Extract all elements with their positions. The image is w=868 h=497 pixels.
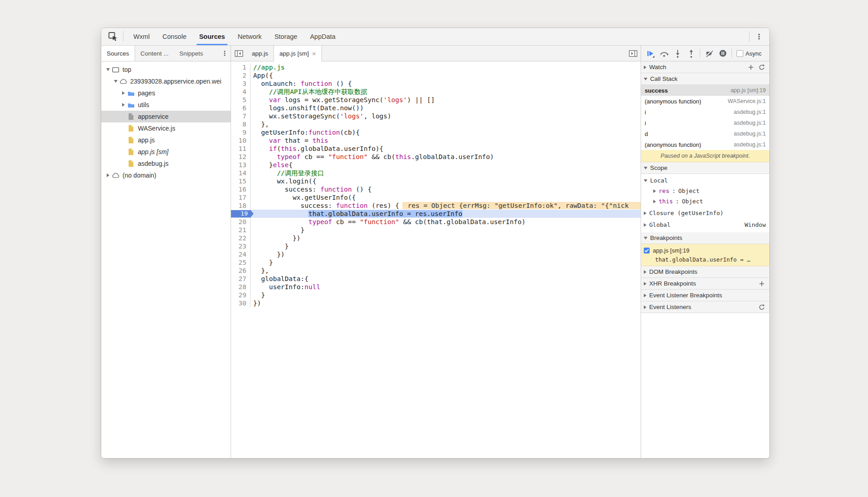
line-number[interactable]: 2	[231, 71, 250, 80]
line-number[interactable]: 26	[231, 267, 250, 275]
scope-section-local[interactable]: Local	[641, 175, 769, 186]
breakpoint-location[interactable]: app.js [sm]:19	[653, 247, 689, 254]
line-number[interactable]: 29	[231, 291, 250, 299]
watch-add-icon[interactable]	[747, 64, 755, 70]
watch-refresh-icon[interactable]	[758, 64, 766, 70]
xhr-breakpoints-section-header[interactable]: XHR Breakpoints	[641, 278, 769, 290]
scope-section-global[interactable]: GlobalWindow	[641, 220, 769, 230]
breakpoint-snippet[interactable]: that.globalData.userInfo = …	[644, 256, 767, 263]
line-number[interactable]: 10	[231, 136, 250, 145]
tree-item-app-js-sm[interactable]: app.js [sm]	[101, 146, 231, 158]
line-number[interactable]: 28	[231, 283, 250, 291]
line-number[interactable]: 18	[231, 202, 250, 210]
call-stack-frame[interactable]: iasdebug.js:1	[641, 117, 769, 128]
tree-item-no-domain[interactable]: (no domain)	[101, 169, 231, 181]
tree-item-waservice-js[interactable]: WAService.js	[101, 122, 231, 134]
sidebar-tab-content[interactable]: Content ...	[135, 46, 174, 61]
line-number[interactable]: 13	[231, 161, 250, 169]
sidebar-overflow-menu-icon[interactable]	[219, 46, 231, 61]
breakpoints-section-header[interactable]: Breakpoints	[641, 232, 769, 244]
line-number[interactable]: 8	[231, 120, 250, 128]
step-over-icon[interactable]	[659, 49, 669, 58]
line-number[interactable]: 12	[231, 153, 250, 161]
main-tab-console[interactable]: Console	[156, 28, 193, 45]
tree-item-top[interactable]: top	[101, 64, 231, 75]
line-number[interactable]: 20	[231, 218, 250, 226]
main-tab-sources[interactable]: Sources	[193, 28, 231, 45]
call-stack-frame[interactable]: (anonymous function)asdebug.js:1	[641, 139, 769, 150]
execution-pointer-icon[interactable]: 19	[231, 210, 254, 218]
sidebar-tab-snippets[interactable]: Snippets	[174, 46, 209, 61]
breakpoint-checkbox[interactable]	[644, 248, 650, 253]
call-stack-frame[interactable]: dasdebug.js:1	[641, 128, 769, 139]
editor-tab-app-js-sm[interactable]: app.js [sm]×	[274, 46, 322, 61]
line-number[interactable]: 7	[231, 112, 250, 120]
call-stack-frame[interactable]: successapp.js [sm]:19	[641, 85, 769, 96]
folder-icon	[127, 90, 135, 96]
call-stack-section-header[interactable]: Call Stack	[641, 73, 769, 85]
close-icon[interactable]: ×	[312, 50, 316, 57]
main-tab-appdata[interactable]: AppData	[304, 28, 342, 45]
pause-on-exceptions-icon[interactable]	[718, 49, 727, 58]
scope-variable[interactable]: res: Object	[641, 186, 769, 196]
line-number[interactable]: 9	[231, 128, 250, 136]
show-drawer-icon[interactable]	[625, 46, 641, 61]
line-number[interactable]: 5	[231, 96, 250, 104]
line-number[interactable]: 4	[231, 88, 250, 96]
line-number[interactable]: 6	[231, 104, 250, 112]
variable-value: Object	[682, 198, 703, 205]
scope-section-closure-getuserinfo[interactable]: Closure (getUserInfo)	[641, 208, 769, 218]
tree-item-utils[interactable]: utils	[101, 99, 231, 111]
line-number[interactable]: 30	[231, 299, 250, 307]
chevron-right-icon	[644, 66, 646, 69]
tree-item-asdebug-js[interactable]: asdebug.js	[101, 158, 231, 169]
breakpoint-entry[interactable]: app.js [sm]:19 that.globalData.userInfo …	[641, 244, 769, 266]
watch-section-header[interactable]: Watch	[641, 61, 769, 73]
main-tab-storage[interactable]: Storage	[268, 28, 304, 45]
sidebar-tab-sources[interactable]: Sources	[101, 46, 135, 61]
frame-function-name: (anonymous function)	[645, 141, 730, 148]
event-listener-breakpoints-section-header[interactable]: Event Listener Breakpoints	[641, 290, 769, 301]
tree-item-239393028-appservice-open-wei[interactable]: 239393028.appservice.open.wei	[101, 75, 231, 87]
call-stack-frame[interactable]: (anonymous function)WAService.js:1	[641, 96, 769, 107]
line-number[interactable]: 22	[231, 234, 250, 242]
tree-item-pages[interactable]: pages	[101, 87, 231, 99]
call-stack-frame[interactable]: iasdebug.js:1	[641, 107, 769, 117]
line-number[interactable]: 14	[231, 169, 250, 177]
line-number[interactable]: 23	[231, 242, 250, 250]
deactivate-breakpoints-icon[interactable]	[704, 49, 714, 58]
step-into-icon[interactable]	[673, 49, 682, 58]
scope-variable[interactable]: this: Object	[641, 196, 769, 206]
resume-script-icon[interactable]	[646, 49, 655, 58]
line-number[interactable]: 16	[231, 185, 250, 193]
hide-navigator-icon[interactable]	[231, 46, 246, 61]
refresh-icon[interactable]	[758, 304, 766, 310]
tree-item-app-js[interactable]: app.js	[101, 134, 231, 146]
line-number[interactable]: 19	[231, 210, 250, 218]
line-number[interactable]: 1	[231, 63, 250, 71]
line-number[interactable]: 25	[231, 258, 250, 267]
line-number[interactable]: 11	[231, 145, 250, 153]
line-number[interactable]: 21	[231, 226, 250, 234]
tree-item-appservice[interactable]: appservice	[101, 111, 231, 122]
line-number[interactable]: 15	[231, 177, 250, 185]
toolbar-divider	[123, 31, 123, 42]
async-toggle[interactable]: Async	[736, 50, 761, 57]
line-number[interactable]: 3	[231, 80, 250, 88]
scope-section-header[interactable]: Scope	[641, 162, 769, 174]
event-listeners-section-header[interactable]: Event Listeners	[641, 301, 769, 313]
line-number[interactable]: 17	[231, 193, 250, 202]
dom-breakpoints-section-header[interactable]: DOM Breakpoints	[641, 266, 769, 278]
editor-tab-app-js[interactable]: app.js	[246, 46, 274, 61]
inspect-element-icon[interactable]	[107, 30, 119, 43]
line-number[interactable]: 24	[231, 250, 250, 258]
main-tab-network[interactable]: Network	[231, 28, 268, 45]
line-number[interactable]: 27	[231, 275, 250, 283]
plus-icon[interactable]	[758, 281, 766, 287]
code-editor[interactable]: 1//app.js2App({3 onLaunch: function () {…	[231, 61, 641, 458]
main-tab-wxml[interactable]: Wxml	[127, 28, 156, 45]
overflow-menu-icon[interactable]	[753, 31, 765, 42]
step-out-icon[interactable]	[686, 49, 696, 58]
async-checkbox[interactable]	[736, 50, 743, 57]
code-line-text: logs.unshift(Date.now())	[250, 104, 641, 112]
